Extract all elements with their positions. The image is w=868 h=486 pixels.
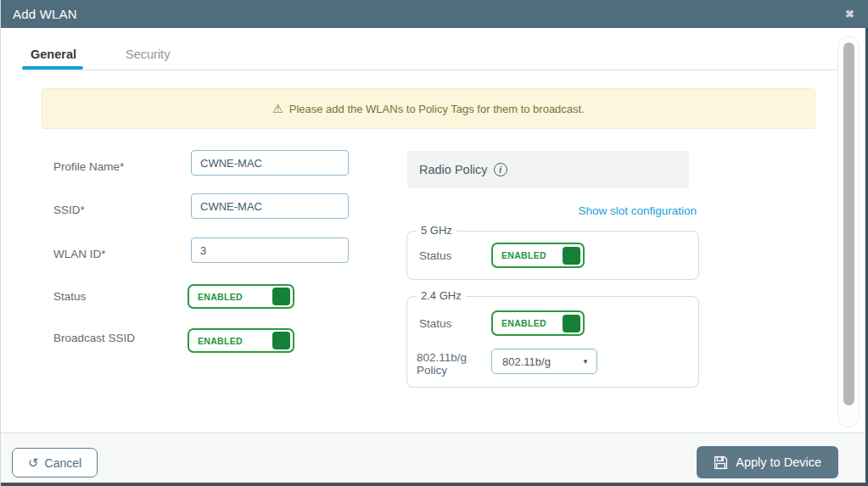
band-5ghz-status-label: Status: [419, 249, 451, 262]
warning-icon: ⚠: [272, 102, 283, 115]
cancel-button[interactable]: ↺ Cancel: [12, 448, 98, 478]
apply-to-device-button[interactable]: Apply to Device: [697, 446, 838, 478]
ssid-label: SSID*: [53, 204, 85, 216]
profile-name-label: Profile Name*: [53, 160, 124, 173]
radio-policy-title: Radio Policy: [419, 163, 488, 176]
status-toggle-state: ENABLED: [198, 292, 243, 302]
info-icon[interactable]: i: [494, 163, 507, 176]
toggle-knob: [563, 315, 580, 332]
tab-general[interactable]: General: [31, 47, 76, 61]
broadcast-ssid-toggle-state: ENABLED: [198, 336, 243, 346]
apply-button-label: Apply to Device: [736, 455, 821, 469]
close-icon[interactable]: ✖: [845, 8, 854, 20]
toggle-knob: [272, 332, 290, 349]
band-24ghz-toggle-state: ENABLED: [501, 318, 546, 328]
band-5ghz-toggle-state: ENABLED: [501, 250, 546, 260]
80211bg-policy-value: 802.11b/g: [502, 355, 551, 368]
radio-policy-header: Radio Policy i: [407, 151, 689, 188]
scrollbar-thumb[interactable]: [843, 42, 854, 405]
band-24ghz-status-toggle[interactable]: ENABLED: [491, 310, 585, 336]
toggle-knob: [563, 247, 580, 265]
save-icon: [714, 455, 728, 470]
undo-icon: ↺: [28, 456, 39, 469]
tabs-divider: [22, 70, 851, 70]
chevron-down-icon: ▼: [582, 358, 589, 366]
band-24ghz-group: 2.4 GHz Status ENABLED 802.11b/g Policy …: [406, 296, 699, 388]
warning-text: Please add the WLANs to Policy Tags for …: [289, 103, 585, 115]
band-5ghz-group: 5 GHz Status ENABLED: [406, 231, 699, 280]
show-slot-configuration-link[interactable]: Show slot configuration: [407, 204, 697, 217]
band-24ghz-status-label: Status: [419, 317, 451, 330]
band-5ghz-status-toggle[interactable]: ENABLED: [491, 243, 585, 268]
status-label: Status: [53, 290, 86, 303]
wlan-id-input[interactable]: [191, 237, 349, 263]
band-5ghz-legend: 5 GHz: [417, 224, 456, 237]
profile-name-input[interactable]: [191, 150, 349, 176]
broadcast-ssid-toggle[interactable]: ENABLED: [188, 328, 294, 353]
add-wlan-dialog: Add WLAN ✖ General Security ⚠ Please add…: [0, 0, 868, 486]
status-toggle[interactable]: ENABLED: [188, 284, 294, 309]
ssid-input[interactable]: [191, 193, 349, 219]
policy-tag-warning-banner: ⚠ Please add the WLANs to Policy Tags fo…: [42, 88, 815, 129]
dialog-footer: ↺ Cancel Apply to Device: [1, 433, 868, 483]
toggle-knob: [272, 288, 290, 305]
cancel-button-label: Cancel: [45, 456, 82, 470]
dialog-title: Add WLAN: [13, 7, 77, 21]
broadcast-ssid-label: Broadcast SSID: [53, 332, 135, 344]
band-24ghz-legend: 2.4 GHz: [417, 289, 466, 302]
tab-security[interactable]: Security: [126, 47, 170, 61]
wlan-id-label: WLAN ID*: [53, 248, 106, 260]
dialog-bottom-edge: [1, 483, 868, 486]
80211bg-policy-label: 802.11b/g Policy: [417, 351, 495, 377]
80211bg-policy-dropdown[interactable]: 802.11b/g ▼: [491, 349, 597, 374]
dialog-titlebar: Add WLAN ✖: [1, 0, 868, 28]
